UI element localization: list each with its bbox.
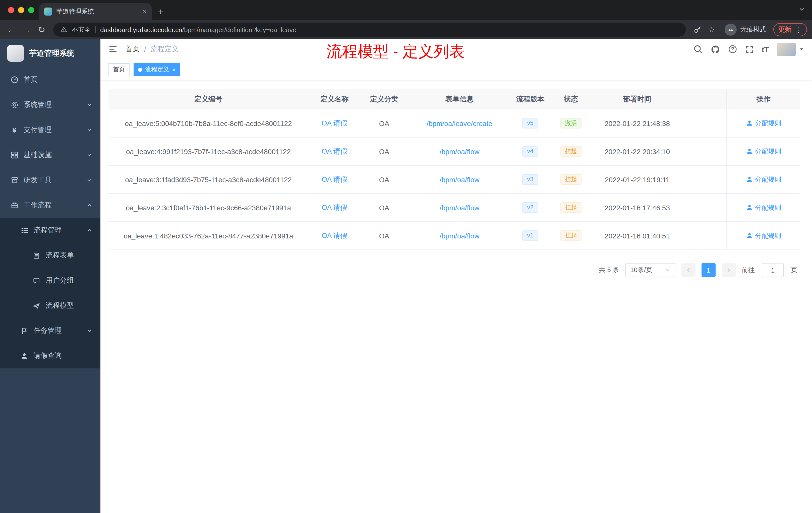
update-label: 更新 <box>778 25 791 34</box>
table-row: oa_leave:5:004b710b-7b8a-11ec-8ef0-acde4… <box>109 110 801 138</box>
chevron-down-icon <box>665 267 670 273</box>
tag-close-icon[interactable]: × <box>172 66 176 72</box>
forward-button[interactable]: → <box>20 25 33 34</box>
sidebar-item-label: 流程模型 <box>46 301 74 310</box>
assign-rule-link[interactable]: 分配规则 <box>746 147 781 156</box>
prev-page-button[interactable] <box>682 263 696 277</box>
sidebar-item-devtools[interactable]: 研发工具 <box>0 168 100 193</box>
sidebar-item-task-manage[interactable]: 任务管理 <box>0 318 100 343</box>
tag-home[interactable]: 首页 <box>109 63 129 76</box>
tab-search-chevron-icon[interactable] <box>799 6 805 12</box>
definition-name-link[interactable]: OA 请假 <box>322 119 348 128</box>
window-minimize-button[interactable] <box>18 7 24 13</box>
bookmark-star-icon[interactable]: ☆ <box>708 25 715 34</box>
goto-label: 前往 <box>742 266 755 275</box>
page-unit-label: 页 <box>791 266 798 275</box>
form-link[interactable]: /bpm/oa/flow <box>440 204 480 212</box>
cell-deploy-time: 2022-01-22 21:48:38 <box>592 110 682 137</box>
tab-title: 芋道管理系统 <box>56 7 139 16</box>
assign-rule-link[interactable]: 分配规则 <box>746 175 781 184</box>
url-path: /bpm/manager/definition?key=oa_leave <box>182 26 296 33</box>
back-button[interactable]: ← <box>5 25 18 34</box>
sidebar-item-label: 任务管理 <box>34 326 62 335</box>
sidebar-item-process-model[interactable]: 流程模型 <box>0 293 100 318</box>
column-header-id: 定义编号 <box>109 89 308 109</box>
column-header-category: 定义分类 <box>360 89 408 109</box>
assign-rule-link[interactable]: 分配规则 <box>746 231 781 240</box>
form-link[interactable]: /bpm/oa/flow <box>440 232 480 240</box>
window-zoom-button[interactable] <box>28 7 34 13</box>
cell-deploy-time: 2022-01-22 19:19:11 <box>592 165 682 193</box>
status-tag: 挂起 <box>560 146 581 157</box>
sidebar-item-workflow[interactable]: 工作流程 <box>0 193 100 218</box>
annotation-text: 流程模型 - 定义列表 <box>326 41 465 62</box>
tags-bar: 首页 流程定义 × <box>100 59 812 80</box>
app-logo-row[interactable]: 芋道管理系统 <box>0 39 100 67</box>
window-close-button[interactable] <box>8 7 14 13</box>
definition-name-link[interactable]: OA 请假 <box>322 231 348 240</box>
cell-deploy-time: 2022-01-16 01:40:51 <box>592 222 682 249</box>
sidebar-item-label: 系统管理 <box>24 100 52 110</box>
url-domain: dashboard.yudao.iocoder.cn <box>100 26 182 33</box>
cell-definition-id: oa_leave:3:1fad3d93-7b75-11ec-a3c8-acde4… <box>109 165 308 193</box>
help-icon[interactable] <box>728 45 737 54</box>
key-icon[interactable] <box>693 26 701 34</box>
sidebar-item-home[interactable]: 首页 <box>0 67 100 92</box>
sidebar-item-process-form[interactable]: 流程表单 <box>0 243 100 268</box>
sidebar-item-leave-query[interactable]: 请假查询 <box>0 343 100 368</box>
table-row: oa_leave:2:3c1f0ef1-76b1-11ec-9c66-a2380… <box>109 194 801 222</box>
sidebar-item-infrastructure[interactable]: 基础设施 <box>0 143 100 168</box>
definition-name-link[interactable]: OA 请假 <box>322 147 348 156</box>
assign-rule-link[interactable]: 分配规则 <box>746 203 781 212</box>
search-icon[interactable] <box>694 45 702 54</box>
next-page-button[interactable] <box>722 263 736 277</box>
tag-current[interactable]: 流程定义 × <box>134 63 180 76</box>
form-link[interactable]: /bpm/oa/flow <box>440 175 480 183</box>
address-bar[interactable]: 不安全 dashboard.yudao.iocoder.cn/bpm/manag… <box>53 23 686 37</box>
sidebar-item-payment[interactable]: ¥ 支付管理 <box>0 117 100 143</box>
status-tag: 挂起 <box>560 230 581 241</box>
person-icon <box>20 352 29 360</box>
table-row: oa_leave:3:1fad3d93-7b75-11ec-a3c8-acde4… <box>109 165 801 194</box>
definition-name-link[interactable]: OA 请假 <box>322 203 348 212</box>
incognito-label: 无痕模式 <box>740 25 766 34</box>
sidebar-item-label: 用户分组 <box>46 276 74 285</box>
update-button[interactable]: 更新 ⋮ <box>773 23 807 36</box>
form-link[interactable]: /bpm/oa/leave/create <box>427 119 492 127</box>
cell-category: OA <box>360 194 408 221</box>
paper-plane-icon <box>32 302 41 309</box>
reload-button[interactable]: ↻ <box>35 25 48 34</box>
text-size-icon[interactable]: tT <box>762 45 769 54</box>
cell-category: OA <box>360 222 408 249</box>
current-page-button[interactable]: 1 <box>701 263 716 277</box>
cell-deploy-time: 2022-01-22 20:34:10 <box>592 138 682 165</box>
sidebar-item-label: 首页 <box>24 75 38 84</box>
assign-rule-link[interactable]: 分配规则 <box>746 119 781 128</box>
sidebar-item-label: 流程管理 <box>34 226 62 235</box>
incognito-chip[interactable]: 无痕模式 <box>725 24 766 36</box>
definition-name-link[interactable]: OA 请假 <box>322 175 348 184</box>
page-size-select[interactable]: 10条/页 <box>625 263 675 277</box>
sidebar-item-system[interactable]: 系统管理 <box>0 92 100 117</box>
sidebar-collapse-icon[interactable] <box>109 45 117 54</box>
table-header-row: 定义编号 定义名称 定义分类 表单信息 流程版本 状态 部署时间 操作 <box>109 89 801 110</box>
github-icon[interactable] <box>710 44 720 54</box>
user-menu[interactable] <box>777 42 804 56</box>
version-tag: v1 <box>522 230 538 241</box>
goto-page-input[interactable] <box>762 263 784 277</box>
cell-definition-id: oa_leave:4:991f2193-7b7f-11ec-a3c8-acde4… <box>109 138 308 165</box>
incognito-icon <box>725 24 737 36</box>
sidebar-item-label: 支付管理 <box>24 125 52 134</box>
fullscreen-icon[interactable] <box>745 45 754 54</box>
new-tab-button[interactable]: + <box>158 7 163 17</box>
menu-dots-icon[interactable]: ⋮ <box>795 26 802 33</box>
sidebar-item-user-group[interactable]: 用户分组 <box>0 268 100 293</box>
breadcrumb-home[interactable]: 首页 <box>125 45 140 54</box>
tab-close-icon[interactable]: × <box>143 7 147 16</box>
form-link[interactable]: /bpm/oa/flow <box>440 147 480 155</box>
list-icon <box>20 227 29 234</box>
sidebar-item-process-manage[interactable]: 流程管理 <box>0 218 100 243</box>
breadcrumb: 首页 / 流程定义 <box>125 45 179 54</box>
browser-tab[interactable]: 芋道管理系统 × <box>39 3 152 20</box>
tab-favicon <box>44 7 52 16</box>
